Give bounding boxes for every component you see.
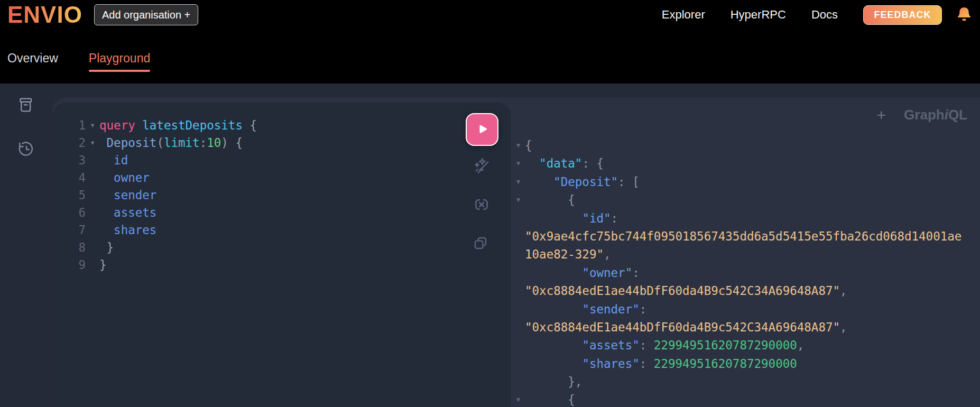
graphiql-logo: GraphiQL [904, 107, 967, 123]
copy-query-button[interactable] [473, 235, 488, 251]
code-text: sender [99, 187, 156, 204]
response-row: }, [516, 373, 980, 391]
editor-line[interactable]: 2▼ Deposit(limit:10) { [52, 134, 511, 152]
prettify-query-button[interactable] [473, 157, 491, 175]
code-text: } [99, 239, 114, 256]
code-text: shares [99, 221, 156, 239]
response-row: ▼{ [516, 136, 980, 154]
add-organisation-button[interactable]: Add organisation + [94, 4, 198, 25]
response-text: { [525, 391, 575, 407]
response-row: "shares": 22994951620787290000 [516, 355, 980, 373]
response-text: "owner": [525, 264, 640, 282]
merge-icon [473, 196, 491, 214]
header-nav: Explorer HyperRPC Docs [662, 8, 838, 22]
tab-playground[interactable]: Playground [89, 51, 150, 66]
editor-line[interactable]: 4 owner [52, 169, 511, 187]
active-tab-underline [89, 70, 150, 72]
response-viewer: ▼{▼ "data": {▼ "Deposit": [▼ { "id":"0x9… [516, 136, 980, 407]
execute-query-button[interactable] [466, 113, 498, 146]
response-row: "id": [516, 209, 980, 227]
line-number: 4 [52, 169, 86, 187]
code-text: Deposit(limit:10) { [99, 134, 243, 152]
response-row: "0xc8884edE1ae44bDfF60da4B9c542C34A69648… [516, 318, 980, 336]
collapse-toggle-icon[interactable]: ▼ [516, 173, 525, 191]
envio-logo[interactable]: ENVIO [7, 3, 82, 26]
editor-line[interactable]: 7 shares [52, 221, 511, 239]
code-text: id [99, 152, 128, 169]
line-number: 2 [52, 134, 86, 152]
docs-icon[interactable] [18, 96, 34, 116]
code-text: assets [99, 204, 156, 221]
collapse-toggle-icon[interactable]: ▼ [516, 191, 525, 209]
response-text: "assets": 22994951620787290000, [525, 336, 804, 354]
fold-toggle-icon[interactable]: ▼ [86, 134, 99, 152]
response-text: }, [525, 373, 582, 391]
collapse-toggle-icon[interactable]: ▼ [516, 391, 525, 407]
response-row: ▼ "Deposit": [ [516, 173, 980, 191]
response-text: "0x9ae4cfc75bc744f095018567435dd6a5d5415… [525, 227, 961, 245]
editor-line[interactable]: 3 id [52, 152, 511, 169]
response-row: ▼ { [516, 191, 980, 209]
query-editor-panel: 1▼query latestDeposits {2▼ Deposit(limit… [52, 103, 511, 407]
code-text: query latestDeposits { [99, 117, 257, 134]
editor-line[interactable]: 1▼query latestDeposits { [52, 117, 511, 134]
line-number: 7 [52, 221, 86, 239]
collapse-toggle-icon[interactable]: ▼ [516, 136, 525, 154]
response-row: 10ae82-329", [516, 245, 980, 263]
code-text: } [99, 256, 107, 274]
response-text: "sender": [525, 300, 646, 318]
page-tabs: Overview Playground [0, 30, 980, 84]
prettify-icon [473, 157, 491, 175]
response-row: ▼ { [516, 391, 980, 407]
editor-line[interactable]: 5 sender [52, 187, 511, 204]
nav-link-explorer[interactable]: Explorer [662, 8, 705, 22]
nav-link-docs[interactable]: Docs [811, 8, 838, 22]
merge-fragments-button[interactable] [473, 196, 491, 214]
graphiql-session-header: + GraphiQL [877, 107, 967, 123]
tab-playground-label: Playground [89, 51, 150, 65]
code-text: owner [99, 169, 150, 187]
response-text: "data": { [525, 154, 604, 172]
collapse-toggle-icon[interactable]: ▼ [516, 154, 525, 172]
line-number: 1 [52, 117, 86, 134]
response-row: "sender": [516, 300, 980, 318]
line-number: 3 [52, 152, 86, 169]
playground-container: + GraphiQL ▼{▼ "data": {▼ "Deposit": [▼ … [0, 84, 980, 407]
response-text: "Deposit": [ [525, 173, 640, 191]
feedback-button[interactable]: FEEDBACK [863, 5, 942, 25]
response-text: "shares": 22994951620787290000 [525, 355, 797, 373]
line-number: 5 [52, 187, 86, 204]
response-text: "id": [525, 209, 618, 227]
editor-line[interactable]: 9} [52, 256, 511, 274]
response-text: { [525, 191, 575, 209]
fold-toggle-icon[interactable]: ▼ [86, 117, 99, 134]
app-header: ENVIO Add organisation + Explorer HyperR… [0, 0, 980, 30]
line-number: 6 [52, 204, 86, 221]
query-editor[interactable]: 1▼query latestDeposits {2▼ Deposit(limit… [52, 117, 511, 274]
line-number: 8 [52, 239, 86, 256]
response-text: "0xc8884edE1ae44bDfF60da4B9c542C34A69648… [525, 282, 847, 300]
nav-link-hyperrpc[interactable]: HyperRPC [731, 8, 786, 22]
add-tab-plus-icon[interactable]: + [877, 107, 886, 123]
response-row: ▼ "data": { [516, 154, 980, 172]
response-row: "0xc8884edE1ae44bDfF60da4B9c542C34A69648… [516, 282, 980, 300]
response-text: 10ae82-329", [525, 245, 611, 263]
response-text: "0xc8884edE1ae44bDfF60da4B9c542C34A69648… [525, 318, 847, 336]
tab-overview-label: Overview [7, 51, 58, 65]
line-number: 9 [52, 256, 86, 274]
response-row: "owner": [516, 264, 980, 282]
notifications-bell-icon[interactable] [956, 5, 973, 24]
response-text: { [525, 136, 532, 154]
response-row: "0x9ae4cfc75bc744f095018567435dd6a5d5415… [516, 227, 980, 245]
play-icon [476, 123, 488, 136]
editor-line[interactable]: 8 } [52, 239, 511, 256]
history-icon[interactable] [17, 141, 34, 160]
editor-line[interactable]: 6 assets [52, 204, 511, 221]
response-row: "assets": 22994951620787290000, [516, 336, 980, 354]
copy-icon [473, 235, 488, 251]
tab-overview[interactable]: Overview [7, 51, 58, 66]
